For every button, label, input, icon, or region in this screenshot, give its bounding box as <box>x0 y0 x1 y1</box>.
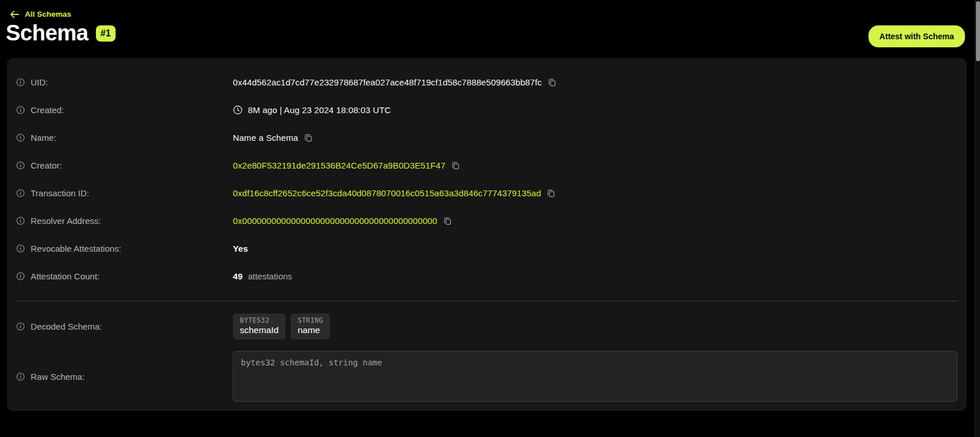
row-label-decoded-schema: Decoded Schema: <box>16 322 233 331</box>
field-label: Transaction ID: <box>31 188 89 198</box>
back-link-label: All Schemas <box>25 10 71 18</box>
chip-field-name: schemaId <box>240 325 279 335</box>
scrollbar[interactable] <box>975 0 980 437</box>
field-label: Creator: <box>31 160 62 170</box>
info-icon[interactable] <box>16 372 25 381</box>
field-label: Revocable Attestations: <box>31 244 121 253</box>
row-name: Name:Name a Schema <box>16 124 957 151</box>
clock-icon <box>233 105 243 115</box>
attestation-count-value: 49 <box>233 271 243 281</box>
info-icon[interactable] <box>16 272 25 281</box>
copy-icon[interactable] <box>547 189 555 197</box>
copy-icon[interactable] <box>451 161 460 170</box>
row-created: Created:8M ago | Aug 23 2024 18:08:03 UT… <box>16 96 957 124</box>
attest-with-schema-button[interactable]: Attest with Schema <box>868 25 965 47</box>
chip-field-type: STRING <box>298 316 323 324</box>
raw-schema-textarea[interactable]: bytes32 schemaId, string name <box>233 351 957 402</box>
info-icon[interactable] <box>16 78 25 87</box>
field-label: UID: <box>31 77 48 87</box>
attestations-link[interactable]: attestations <box>248 271 292 281</box>
copy-icon <box>451 161 460 170</box>
field-value-resolver-address[interactable]: 0x00000000000000000000000000000000000000… <box>233 216 437 226</box>
page-title: Schema <box>6 22 88 45</box>
field-value-uid: 0x44d562ac1d7cd77e232978687fea027ace48f7… <box>233 77 542 87</box>
field-value-name: Name a Schema <box>233 133 298 143</box>
row-revocable-attestations: Revocable Attestations:Yes <box>16 234 957 262</box>
field-value-revocable-attestations: Yes <box>233 244 248 253</box>
row-uid: UID:0x44d562ac1d7cd77e232978687fea027ace… <box>16 68 957 96</box>
row-label-name: Name: <box>16 133 233 143</box>
info-icon[interactable] <box>16 133 25 142</box>
schema-detail-page: All Schemas Schema #1 Attest with Schema… <box>0 0 980 437</box>
row-transaction-id: Transaction ID:0xdf16c8cff2652c6ce52f3cd… <box>16 179 957 207</box>
row-label-revocable-attestations: Revocable Attestations: <box>16 244 233 253</box>
row-label-raw-schema: Raw Schema: <box>16 372 233 382</box>
field-value-transaction-id[interactable]: 0xdf16c8cff2652c6ce52f3cda40d0878070016c… <box>233 188 541 198</box>
row-label-transaction-id: Transaction ID: <box>16 188 233 198</box>
row-label-resolver-address: Resolver Address: <box>16 216 233 226</box>
field-label: Resolver Address: <box>31 216 101 226</box>
field-label: Raw Schema: <box>31 372 84 382</box>
schema-field-chip-schemaId: BYTES32schemaId <box>233 313 285 339</box>
info-icon[interactable] <box>16 322 25 331</box>
row-label-creator: Creator: <box>16 160 233 170</box>
schema-number-badge: #1 <box>96 25 116 42</box>
copy-icon <box>304 133 313 142</box>
row-creator: Creator:0x2e80F532191de291536B24Ce5D67a9… <box>16 151 957 179</box>
copy-icon <box>547 189 555 197</box>
field-label: Decoded Schema: <box>31 322 102 331</box>
row-attestation-count: Attestation Count:49attestations <box>16 262 957 290</box>
chip-field-type: BYTES32 <box>240 316 279 324</box>
copy-icon[interactable] <box>304 133 313 142</box>
copy-icon <box>548 78 556 87</box>
back-arrow-icon <box>10 10 19 18</box>
scrollbar-thumb[interactable] <box>976 1 980 61</box>
field-label: Name: <box>31 133 56 143</box>
decoded-schema-fields: BYTES32schemaIdSTRINGname <box>233 313 330 339</box>
row-label-created: Created: <box>16 105 233 115</box>
row-label-attestation-count: Attestation Count: <box>16 271 233 281</box>
row-label-uid: UID: <box>16 77 233 87</box>
row-raw-schema: Raw Schema: bytes32 schemaId, string nam… <box>16 351 957 402</box>
info-icon[interactable] <box>16 244 25 253</box>
back-link[interactable]: All Schemas <box>10 10 71 18</box>
section-divider <box>16 301 957 301</box>
schema-field-chip-name: STRINGname <box>291 313 330 339</box>
copy-icon[interactable] <box>443 216 452 225</box>
schema-detail-card: UID:0x44d562ac1d7cd77e232978687fea027ace… <box>7 58 967 411</box>
info-icon[interactable] <box>16 161 25 170</box>
copy-icon[interactable] <box>548 78 556 87</box>
field-label: Created: <box>31 105 64 115</box>
field-label: Attestation Count: <box>31 271 99 281</box>
title-row: Schema #1 <box>6 22 116 45</box>
info-icon[interactable] <box>16 189 25 197</box>
info-icon[interactable] <box>16 106 25 114</box>
field-value-created: 8M ago | Aug 23 2024 18:08:03 UTC <box>248 105 391 115</box>
row-resolver-address: Resolver Address:0x000000000000000000000… <box>16 207 957 234</box>
info-icon[interactable] <box>16 216 25 225</box>
chip-field-name: name <box>298 325 323 335</box>
copy-icon <box>443 216 452 225</box>
schema-field-rows: UID:0x44d562ac1d7cd77e232978687fea027ace… <box>16 68 957 290</box>
row-decoded-schema: Decoded Schema: BYTES32schemaIdSTRINGnam… <box>16 313 957 339</box>
field-value-creator[interactable]: 0x2e80F532191de291536B24Ce5D67a9B0D3E51F… <box>233 160 446 170</box>
